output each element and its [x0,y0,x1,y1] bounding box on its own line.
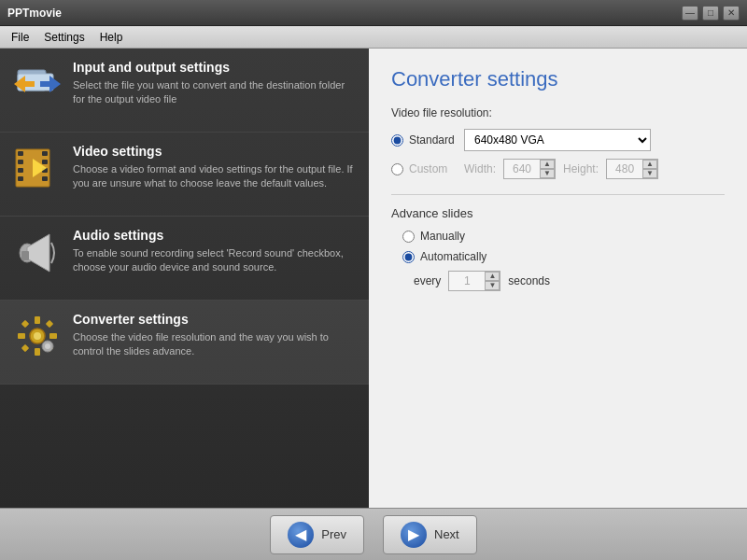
sidebar-title-converter: Converter settings [73,312,356,327]
width-up-button[interactable]: ▲ [540,160,555,169]
custom-resolution-row: Custom Width: 640 ▲ ▼ Height: 480 ▲ ▼ [391,159,725,179]
custom-radio[interactable] [391,163,403,175]
audio-settings-icon [13,228,62,276]
menu-help[interactable]: Help [92,29,131,46]
svg-rect-25 [49,333,57,339]
manually-radio-label[interactable]: Manually [402,230,465,243]
menu-bar: File Settings Help [0,26,747,49]
resolution-label: Video file resolution: [391,106,725,119]
minimize-button[interactable]: — [682,6,698,21]
sidebar-title-input-output: Input and output settings [73,60,356,75]
every-row: every 1 ▲ ▼ seconds [414,271,725,291]
height-input[interactable]: 480 [607,161,642,177]
svg-rect-19 [21,251,29,260]
automatically-radio-label[interactable]: Automatically [402,250,486,263]
sidebar-text-input-output: Input and output settings Select the fil… [73,60,356,107]
custom-radio-label[interactable]: Custom [391,162,457,175]
standard-radio-label[interactable]: Standard [391,133,457,147]
svg-rect-24 [18,333,25,339]
svg-rect-5 [23,81,35,87]
height-up-button[interactable]: ▲ [642,160,657,169]
automatically-row: Automatically [402,250,725,263]
sidebar-title-video: Video settings [73,144,356,159]
width-down-button[interactable]: ▼ [540,169,555,178]
manually-label: Manually [420,230,465,243]
every-up-button[interactable]: ▲ [485,272,500,281]
every-label: every [414,274,441,287]
sidebar-text-converter: Converter settings Choose the video file… [73,312,356,359]
input-output-icon [13,60,62,108]
advance-slides-title: Advance slides [391,206,725,220]
bottom-bar: ◀ Prev ▶ Next [0,508,747,560]
prev-label: Prev [321,527,346,541]
sidebar-text-video: Video settings Choose a video format and… [73,144,356,191]
sidebar-text-audio: Audio settings To enable sound recording… [73,228,356,275]
width-spinner: 640 ▲ ▼ [503,159,556,179]
svg-rect-10 [18,168,23,173]
menu-file[interactable]: File [4,29,36,46]
sidebar: Input and output settings Select the fil… [0,49,369,508]
sidebar-desc-video: Choose a video format and video settings… [73,162,356,191]
svg-rect-28 [21,344,29,352]
title-bar: PPTmovie — □ ✕ [0,0,747,26]
automatically-radio[interactable] [402,251,415,263]
standard-resolution-row: Standard 640x480 VGA 747x560 SVGA 1024x7… [391,129,725,151]
manually-row: Manually [402,230,725,243]
prev-icon: ◀ [288,522,314,548]
width-input[interactable]: 640 [504,161,540,177]
svg-rect-12 [42,151,48,156]
every-down-button[interactable]: ▼ [485,281,500,290]
maximize-button[interactable]: □ [702,6,719,21]
sidebar-desc-input-output: Select the file you want to convert and … [73,78,356,107]
svg-rect-3 [40,81,51,87]
svg-rect-22 [35,316,40,324]
app-title: PPTmovie [7,7,62,20]
svg-point-31 [45,343,50,349]
width-label: Width: [464,162,496,175]
svg-point-21 [34,332,41,340]
prev-button[interactable]: ◀ Prev [270,515,364,554]
svg-rect-26 [21,320,29,328]
height-spinner: 480 ▲ ▼ [606,159,658,179]
svg-rect-23 [35,348,40,356]
svg-marker-18 [27,234,49,272]
sidebar-item-converter[interactable]: Converter settings Choose the video file… [0,301,369,385]
sidebar-item-audio-settings[interactable]: Audio settings To enable sound recording… [0,217,369,301]
main-content: Input and output settings Select the fil… [0,49,747,508]
every-input[interactable]: 1 [449,273,485,289]
converter-settings-icon [13,312,62,360]
height-label: Height: [563,162,599,175]
video-settings-icon [13,144,62,192]
svg-rect-8 [18,151,23,156]
standard-label: Standard [409,133,455,147]
height-down-button[interactable]: ▼ [642,169,657,178]
sidebar-desc-converter: Choose the video file resolution and the… [73,330,356,359]
svg-rect-27 [46,320,53,328]
section-divider [391,194,725,195]
sidebar-title-audio: Audio settings [73,228,356,243]
resolution-dropdown[interactable]: 640x480 VGA 747x560 SVGA 1024x768 XGA 12… [464,129,651,151]
automatically-label: Automatically [420,250,486,263]
sidebar-item-input-output[interactable]: Input and output settings Select the fil… [0,49,369,133]
sidebar-desc-audio: To enable sound recording select 'Record… [73,246,356,275]
svg-rect-15 [42,176,48,181]
window-controls: — □ ✕ [682,6,740,21]
svg-rect-11 [18,176,23,181]
seconds-label: seconds [508,274,550,287]
next-icon: ▶ [401,522,427,548]
close-button[interactable]: ✕ [723,6,740,21]
manually-radio[interactable] [402,231,415,243]
panel-title: Converter settings [391,67,725,91]
svg-rect-13 [42,160,48,164]
menu-settings[interactable]: Settings [36,29,92,46]
right-panel: Converter settings Video file resolution… [369,49,747,508]
standard-radio[interactable] [391,134,403,147]
every-spinner: 1 ▲ ▼ [448,271,500,291]
next-label: Next [434,527,459,541]
svg-rect-9 [18,160,23,164]
custom-label: Custom [409,162,447,175]
next-button[interactable]: ▶ Next [383,515,477,554]
sidebar-item-video-settings[interactable]: Video settings Choose a video format and… [0,133,369,217]
